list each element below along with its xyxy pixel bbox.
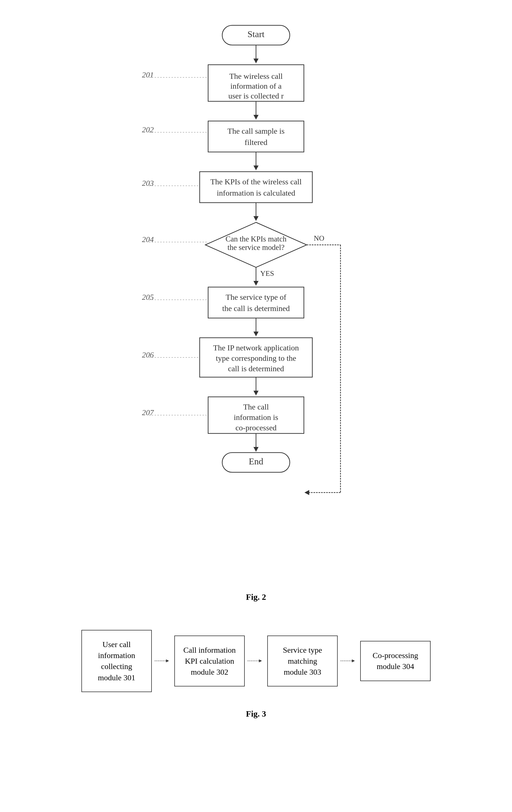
module-303: Service type matching module 303 xyxy=(267,636,338,687)
svg-marker-22 xyxy=(304,490,309,495)
svg-marker-2 xyxy=(253,59,259,63)
step-202-line2: filtered xyxy=(245,138,268,147)
label-206: 206 xyxy=(142,350,154,359)
step-201-line2: information of a xyxy=(231,82,282,90)
label-203: 203 xyxy=(142,179,154,187)
yes-label: YES xyxy=(260,269,274,278)
no-label: NO xyxy=(314,234,324,242)
module-303-text: Service type matching module 303 xyxy=(283,646,322,676)
svg-marker-26 xyxy=(253,331,259,336)
module-301: User call information collecting module … xyxy=(81,630,152,692)
step-201-line1: The wireless call xyxy=(229,72,283,81)
page: Start 201 The wireless call information … xyxy=(0,0,512,812)
module-section-fig3: User call information collecting module … xyxy=(0,630,512,735)
fig2-caption: Fig. 2 xyxy=(246,592,266,602)
svg-rect-8 xyxy=(208,121,304,152)
step-201-line3: user is collected r xyxy=(228,91,284,100)
start-label: Start xyxy=(247,29,265,39)
label-201: 201 xyxy=(142,70,154,79)
flowchart-fig2: Start 201 The wireless call information … xyxy=(115,17,397,581)
svg-marker-18 xyxy=(253,281,259,286)
arrow-303-304 xyxy=(341,657,357,665)
svg-marker-14 xyxy=(253,216,259,221)
arrow-302-303 xyxy=(247,657,265,665)
svg-marker-41 xyxy=(352,660,355,663)
svg-marker-6 xyxy=(253,115,259,120)
end-label: End xyxy=(249,456,263,466)
step-203-line2: information is calculated xyxy=(217,188,295,197)
svg-marker-39 xyxy=(259,660,262,663)
module-row: User call information collecting module … xyxy=(81,630,431,692)
label-205: 205 xyxy=(142,293,154,301)
svg-rect-12 xyxy=(200,172,312,203)
step-207-line3: co-processed xyxy=(236,423,276,432)
fig3-caption: Fig. 3 xyxy=(246,709,266,719)
label-207: 207 xyxy=(142,408,154,417)
step-205-line2: the call is determined xyxy=(222,304,290,313)
module-301-text: User call information collecting module … xyxy=(98,640,135,682)
arrow-301-302 xyxy=(155,657,171,665)
svg-rect-24 xyxy=(208,287,304,318)
label-202: 202 xyxy=(142,125,154,134)
module-302-text: Call information KPI calculation module … xyxy=(183,646,236,676)
step-202-line1: The call sample is xyxy=(227,127,285,135)
svg-marker-37 xyxy=(166,660,169,663)
flowchart-svg: Start 201 The wireless call information … xyxy=(115,17,397,580)
module-304: Co-processing module 304 xyxy=(360,641,431,681)
svg-marker-30 xyxy=(253,391,259,396)
module-304-text: Co-processing module 304 xyxy=(373,651,418,671)
step-206-line2: type corresponding to the xyxy=(216,354,296,362)
step-203-line1: The KPIs of the wireless call xyxy=(210,177,302,186)
step-206-line1: The IP network application xyxy=(213,343,299,352)
step-207-line2: information is xyxy=(234,413,278,422)
module-302: Call information KPI calculation module … xyxy=(174,636,245,687)
step-206-line3: call is determined xyxy=(228,364,284,373)
step-204-line2: the service model? xyxy=(227,243,285,252)
svg-marker-10 xyxy=(253,166,259,170)
step-204-line1: Can the KPIs match xyxy=(225,235,287,243)
svg-marker-34 xyxy=(253,447,259,452)
step-207-line1: The call xyxy=(243,403,269,411)
step-205-line1: The service type of xyxy=(225,293,287,301)
label-204: 204 xyxy=(142,235,154,244)
